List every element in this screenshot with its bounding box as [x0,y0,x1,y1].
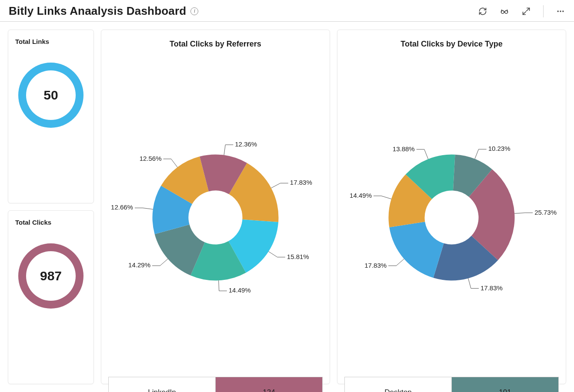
toolbar-divider [543,5,544,17]
expand-icon[interactable] [521,7,531,16]
table-row[interactable]: LinkedIn124 [109,377,323,392]
row-value: 101 [452,377,559,392]
slice-label: 14.49% [229,286,251,294]
toolbar [478,5,565,17]
table-device: Desktop101Ebook Reader143Mobile Phone254… [344,377,559,392]
slice-label: 17.83% [290,179,312,186]
chart-title: Total Clicks by Referrers [108,40,323,49]
more-icon[interactable] [556,7,565,16]
slice-label: 14.29% [128,261,150,269]
row-value: 124 [216,377,323,392]
row-name: Desktop [345,377,452,392]
svg-point-3 [560,10,561,12]
slice-label: 12.66% [111,203,133,211]
donut-device: 25.73%17.83%17.83%14.49%13.88%10.23% [344,53,559,373]
slice-label: 13.88% [393,145,415,153]
slice-label: 14.49% [350,192,372,199]
refresh-icon[interactable] [478,7,487,16]
dashboard-header: Bitly Links Anaalysis Dashboard i [0,0,574,22]
kpi-gauge-links: 50 [18,63,83,128]
svg-point-2 [557,10,559,12]
svg-point-4 [562,10,564,12]
slice-label: 10.23% [488,145,511,152]
kpi-value: 50 [43,88,58,103]
kpi-value: 987 [40,269,62,283]
donut-referrers: 17.83%15.81%14.49%14.29%12.66%12.56%12.3… [108,53,323,373]
slice-label: 25.73% [534,209,557,216]
table-row[interactable]: Desktop101 [345,377,559,392]
slice-label: 12.56% [140,155,162,162]
slice-label: 12.36% [235,140,257,148]
slice-label: 15.81% [287,253,309,260]
kpi-total-clicks[interactable]: Total Clicks 987 [8,210,94,384]
row-name: LinkedIn [109,377,216,392]
kpi-total-links[interactable]: Total Links 50 [8,30,94,203]
chart-referrers[interactable]: Total Clicks by Referrers 17.83%15.81%14… [101,30,330,384]
table-referrers: LinkedIn124Other Websites125Twitter141Yo… [108,377,323,392]
kpi-gauge-clicks: 987 [18,243,83,309]
chart-title: Total Clicks by Device Type [344,40,559,49]
donut-slice[interactable] [389,222,444,278]
slice-label: 17.83% [364,262,387,269]
kpi-title: Total Links [15,38,87,45]
page-title: Bitly Links Anaalysis Dashboard [9,4,186,18]
kpi-title: Total Clicks [15,219,87,226]
chart-device[interactable]: Total Clicks by Device Type 25.73%17.83%… [337,30,566,384]
slice-label: 17.83% [481,284,503,292]
info-icon[interactable]: i [190,7,198,15]
glasses-icon[interactable] [500,7,509,16]
